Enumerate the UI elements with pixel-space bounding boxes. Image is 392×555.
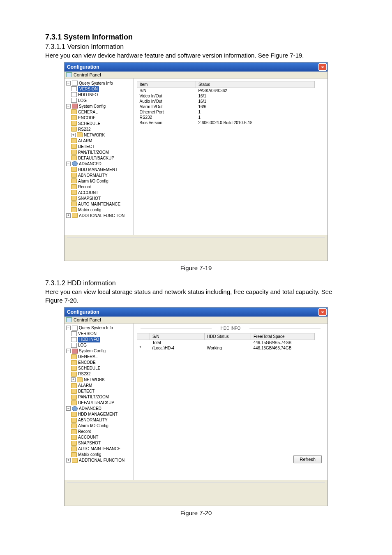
window-title: Configuration — [67, 309, 99, 315]
tree-default-backup[interactable]: DEFAULT/BACKUP — [78, 400, 114, 406]
expand-icon[interactable]: + — [71, 133, 76, 137]
tree-system-config[interactable]: System Config — [79, 348, 106, 354]
tree-abnormality[interactable]: ABNORMALITY — [78, 173, 108, 178]
tree-snapshot[interactable]: SNAPSHOT — [78, 196, 101, 201]
tree-auto-maintenance[interactable]: AUTO MAINTENANCE — [78, 446, 120, 452]
folder-icon — [71, 366, 77, 371]
tree-log[interactable]: LOG — [78, 342, 87, 348]
heading-7-3-1-2: 7.3.1.2 HDD information — [45, 280, 347, 287]
tree-query-system-info[interactable]: Query System Info — [79, 81, 113, 86]
tree-account[interactable]: ACCOUNT — [78, 190, 98, 196]
tree-query-system-info[interactable]: Query System Info — [79, 325, 113, 331]
col-sn[interactable]: S/N — [150, 333, 205, 340]
tree-version[interactable]: VERSION — [78, 331, 97, 337]
doc-icon — [71, 343, 77, 348]
collapse-icon[interactable]: − — [66, 162, 71, 166]
tree-general[interactable]: GENERAL — [78, 109, 98, 115]
tree-hdd-info[interactable]: HDD INFO — [78, 337, 100, 342]
cell-item: Video In/Out — [137, 93, 196, 99]
folder-icon — [71, 109, 77, 114]
tree-additional-function[interactable]: ADDTIONAL FUNCTION — [79, 213, 125, 219]
tree-version[interactable]: VERSION — [78, 86, 99, 92]
expand-icon[interactable]: + — [66, 213, 71, 218]
tree-alarm-io[interactable]: Alarm I/O Config — [78, 423, 108, 429]
config-window-version: Configuration × Control Panel −Query Sys… — [64, 62, 328, 261]
tree-alarm[interactable]: ALARM — [78, 383, 92, 388]
tree-general[interactable]: GENERAL — [78, 354, 98, 360]
tree-alarm-io[interactable]: Alarm I/O Config — [78, 178, 108, 184]
doc-icon — [71, 98, 77, 103]
config-window-hdd: Configuration × Control Panel −Query Sys… — [64, 307, 328, 506]
tree-additional-function[interactable]: ADDTIONAL FUNCTION — [79, 458, 125, 463]
cell-space: 446.15GB/465.74GB — [251, 340, 315, 345]
folder-icon — [71, 115, 77, 120]
tree-record[interactable]: Record — [78, 184, 91, 190]
folder-icon — [71, 127, 77, 132]
col-hdd-status[interactable]: HDD Status — [205, 333, 251, 340]
collapse-icon[interactable]: − — [66, 349, 71, 353]
cell-item: S/N — [137, 88, 196, 94]
tree-rs232[interactable]: RS232 — [78, 127, 91, 132]
tree-matrix-config[interactable]: Matrix config — [78, 207, 101, 213]
folder-icon — [71, 435, 77, 440]
tree-schedule[interactable]: SCHEDULE — [78, 121, 100, 127]
folder-icon — [71, 167, 77, 172]
tree-advanced[interactable]: ADVANCED — [79, 406, 101, 412]
col-free-total[interactable]: Free/Total Space — [251, 333, 315, 340]
folder-icon — [71, 184, 77, 189]
tree-ptz[interactable]: PAN/TILT/ZOOM — [78, 150, 109, 155]
figure-caption-7-20: Figure 7-20 — [45, 509, 347, 516]
folder-icon — [71, 201, 77, 206]
tree-rs232[interactable]: RS232 — [78, 371, 91, 377]
tree-record[interactable]: Record — [78, 429, 91, 435]
tree-account[interactable]: ACCOUNT — [78, 435, 98, 440]
tree-advanced[interactable]: ADVANCED — [79, 161, 101, 167]
tree-hdd-info[interactable]: HDD INFO — [78, 92, 98, 98]
nav-tree[interactable]: −Query System Info VERSION HDD INFO LOG … — [65, 324, 134, 480]
tree-detect[interactable]: DETECT — [78, 388, 95, 394]
close-icon[interactable]: × — [318, 63, 327, 71]
folder-icon — [71, 144, 77, 149]
refresh-button[interactable]: Refresh — [293, 455, 322, 463]
folder-icon — [71, 196, 77, 201]
tree-network[interactable]: NETWORK — [84, 377, 105, 383]
hdd-info-table: S/N HDD Status Free/Total Space Total - … — [137, 333, 315, 351]
tree-snapshot[interactable]: SNAPSHOT — [78, 440, 101, 446]
expand-icon[interactable]: + — [71, 377, 76, 382]
tree-default-backup[interactable]: DEFAULT/BACKUP — [78, 155, 114, 161]
tree-hdd-management[interactable]: HDD MANAGEMENT — [78, 167, 118, 173]
tree-ptz[interactable]: PAN/TILT/ZOOM — [78, 394, 109, 400]
tree-encode[interactable]: ENCODE — [78, 115, 96, 121]
doc-icon — [71, 337, 77, 342]
control-panel-text: Control Panel — [74, 317, 101, 322]
tree-encode[interactable]: ENCODE — [78, 360, 96, 365]
close-icon[interactable]: × — [318, 308, 327, 316]
control-panel-label[interactable]: Control Panel — [65, 72, 327, 79]
gear-icon — [72, 406, 78, 411]
folder-icon — [71, 173, 77, 178]
cell-status: Working — [205, 345, 251, 351]
tree-detect[interactable]: DETECT — [78, 144, 95, 150]
col-status[interactable]: Status — [196, 81, 315, 88]
nav-tree[interactable]: −Query System Info VERSION HDD INFO LOG … — [65, 79, 134, 235]
col-item[interactable]: Item — [137, 81, 196, 88]
collapse-icon[interactable]: − — [66, 406, 71, 411]
collapse-icon[interactable]: − — [66, 326, 71, 330]
tree-hdd-management[interactable]: HDD MANAGEMENT — [78, 412, 118, 417]
control-panel-label[interactable]: Control Panel — [65, 317, 327, 324]
tree-system-config[interactable]: System Config — [79, 104, 106, 109]
tree-alarm[interactable]: ALARM — [78, 138, 92, 144]
folder-icon — [71, 360, 77, 365]
cell-status: 1 — [196, 109, 315, 115]
tree-schedule[interactable]: SCHEDULE — [78, 365, 100, 371]
tree-network[interactable]: NETWORK — [84, 132, 105, 138]
collapse-icon[interactable]: − — [66, 81, 71, 86]
content-panel: Item Status S/NPA3KA0640362 Video In/Out… — [134, 79, 327, 235]
tree-auto-maintenance[interactable]: AUTO MAINTENANCE — [78, 201, 120, 207]
cell-sn: (Local)HD-4 — [150, 345, 205, 351]
tree-abnormality[interactable]: ABNORMALITY — [78, 417, 108, 423]
tree-log[interactable]: LOG — [78, 98, 87, 104]
collapse-icon[interactable]: − — [66, 104, 71, 109]
tree-matrix-config[interactable]: Matrix config — [78, 452, 101, 458]
expand-icon[interactable]: + — [66, 458, 71, 462]
